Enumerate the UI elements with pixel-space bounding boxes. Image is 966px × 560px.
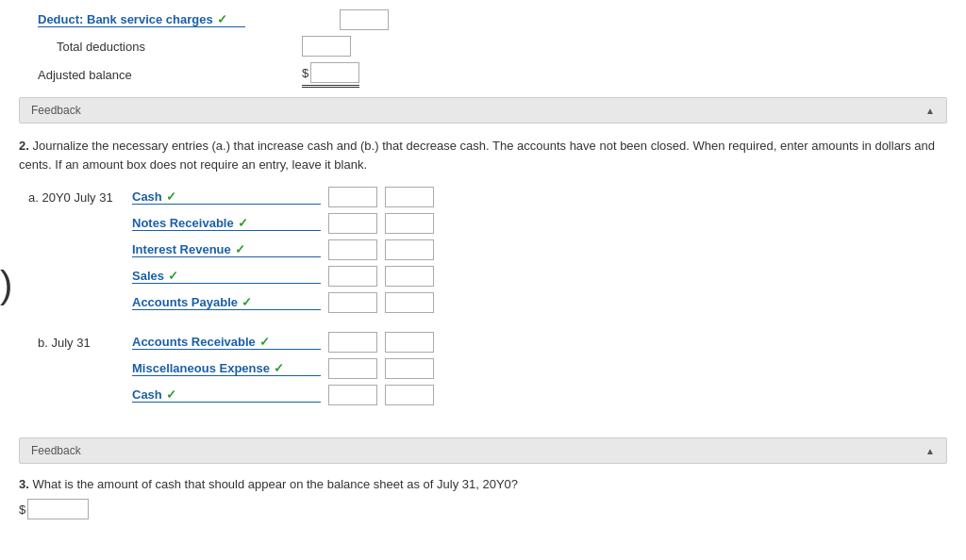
journal-entries-b: Accounts Receivable ✓ Miscellaneous Expe…	[132, 332, 434, 405]
account-misc-expense-label: Miscellaneous Expense	[132, 361, 270, 375]
account-sales-check: ✓	[168, 269, 178, 283]
feedback-bar-1[interactable]: Feedback ▲	[19, 97, 947, 124]
notes-receivable-debit[interactable]	[328, 213, 377, 234]
total-deductions-input[interactable]	[302, 36, 351, 57]
adjusted-balance-input[interactable]	[310, 62, 359, 83]
question3-body: What is the amount of cash that should a…	[32, 477, 518, 491]
cash-b-debit[interactable]	[328, 385, 377, 405]
question2-section: 2. Journalize the necessary entries (a.)…	[19, 137, 947, 424]
account-misc-expense-check: ✓	[274, 361, 284, 375]
entry-row-interest-revenue: Interest Revenue ✓	[132, 239, 434, 260]
account-accounts-receivable: Accounts Receivable ✓	[132, 335, 321, 350]
sales-credit[interactable]	[385, 266, 434, 287]
entry-row-notes-receivable: Notes Receivable ✓	[132, 213, 434, 234]
account-accounts-payable-label: Accounts Payable	[132, 295, 238, 309]
account-notes-receivable-label: Notes Receivable	[132, 216, 234, 230]
journal-group-a: a. 20Y0 July 31 Cash ✓ Note	[19, 187, 947, 313]
bank-charges-text: Deduct: Bank service charges	[38, 12, 213, 26]
journal-entries-a: Cash ✓ Notes Receivable ✓	[132, 187, 434, 313]
notes-receivable-credit[interactable]	[385, 213, 434, 234]
feedback-bar-2[interactable]: Feedback ▲	[19, 437, 947, 464]
account-notes-receivable-check: ✓	[238, 216, 248, 230]
entry-row-cash-b: Cash ✓	[132, 385, 434, 405]
bank-charges-check: ✓	[217, 12, 227, 26]
account-cash-a-label: Cash	[132, 189, 162, 204]
account-misc-expense: Miscellaneous Expense ✓	[132, 361, 321, 376]
interest-revenue-credit[interactable]	[385, 239, 434, 260]
misc-expense-credit[interactable]	[385, 358, 434, 379]
account-interest-revenue: Interest Revenue ✓	[132, 242, 321, 257]
feedback-arrow-1: ▲	[925, 106, 935, 116]
entry-row-accounts-payable: Accounts Payable ✓	[132, 292, 434, 313]
total-deductions-row: Total deductions	[19, 36, 947, 57]
entry-row-cash-a: Cash ✓	[132, 187, 434, 207]
account-accounts-receivable-check: ✓	[259, 335, 270, 349]
cash-a-debit[interactable]	[328, 187, 377, 207]
feedback-label-2: Feedback	[31, 444, 81, 457]
adjusted-balance-label: Adjusted balance	[38, 68, 226, 82]
entry-row-misc-expense: Miscellaneous Expense ✓	[132, 358, 434, 379]
question2-body: Journalize the necessary entries (a.) th…	[19, 139, 935, 172]
cash-b-credit[interactable]	[385, 385, 434, 405]
adjusted-dollar: $	[302, 66, 308, 80]
page: Deduct: Bank service charges ✓ Total ded…	[0, 0, 966, 560]
entry-row-accounts-receivable: Accounts Receivable ✓	[132, 332, 434, 353]
question3-text: 3. What is the amount of cash that shoul…	[19, 477, 947, 491]
bank-charges-input[interactable]	[340, 9, 389, 30]
question2-number: 2.	[19, 139, 29, 153]
account-interest-revenue-label: Interest Revenue	[132, 242, 231, 256]
journal-date-a: a. 20Y0 July 31	[19, 187, 132, 205]
account-interest-revenue-check: ✓	[235, 242, 245, 256]
accounts-receivable-credit[interactable]	[385, 332, 434, 353]
adjusted-balance-input-wrap: $	[302, 62, 359, 88]
question2-text: 2. Journalize the necessary entries (a.)…	[19, 137, 947, 173]
accounts-receivable-debit[interactable]	[328, 332, 377, 353]
question3-input[interactable]	[27, 499, 89, 519]
journal-date-b: b. July 31	[19, 332, 132, 350]
account-sales: Sales ✓	[132, 269, 321, 284]
journal-group-b: b. July 31 Accounts Receivable ✓	[19, 332, 947, 405]
account-notes-receivable: Notes Receivable ✓	[132, 216, 321, 231]
account-cash-a: Cash ✓	[132, 189, 321, 205]
question3-input-wrap: $	[19, 499, 947, 519]
interest-revenue-debit[interactable]	[328, 239, 377, 260]
question3-dollar: $	[19, 502, 25, 517]
question3-number: 3.	[19, 477, 29, 491]
journal-section: a. 20Y0 July 31 Cash ✓ Note	[19, 187, 947, 424]
accounts-payable-debit[interactable]	[328, 292, 377, 313]
question3-section: 3. What is the amount of cash that shoul…	[19, 477, 947, 519]
feedback-arrow-2: ▲	[925, 446, 935, 456]
sales-debit[interactable]	[328, 266, 377, 287]
adjusted-balance-row: Adjusted balance $	[19, 62, 947, 88]
feedback-label-1: Feedback	[31, 104, 81, 117]
cash-a-credit[interactable]	[385, 187, 434, 207]
account-accounts-receivable-label: Accounts Receivable	[132, 335, 256, 349]
account-cash-b-label: Cash	[132, 387, 162, 402]
bank-charges-label: Deduct: Bank service charges ✓	[38, 12, 245, 27]
top-section: Deduct: Bank service charges ✓ Total ded…	[19, 9, 947, 88]
account-cash-b-check: ✓	[166, 387, 176, 402]
account-cash-a-check: ✓	[166, 189, 176, 204]
entry-row-sales: Sales ✓	[132, 266, 434, 287]
left-bracket: )	[0, 264, 12, 306]
misc-expense-debit[interactable]	[328, 358, 377, 379]
account-sales-label: Sales	[132, 269, 164, 283]
account-accounts-payable: Accounts Payable ✓	[132, 295, 321, 310]
account-cash-b: Cash ✓	[132, 387, 321, 403]
account-accounts-payable-check: ✓	[242, 295, 252, 309]
bank-charges-row: Deduct: Bank service charges ✓	[19, 9, 947, 30]
total-deductions-label: Total deductions	[57, 40, 226, 54]
accounts-payable-credit[interactable]	[385, 292, 434, 313]
